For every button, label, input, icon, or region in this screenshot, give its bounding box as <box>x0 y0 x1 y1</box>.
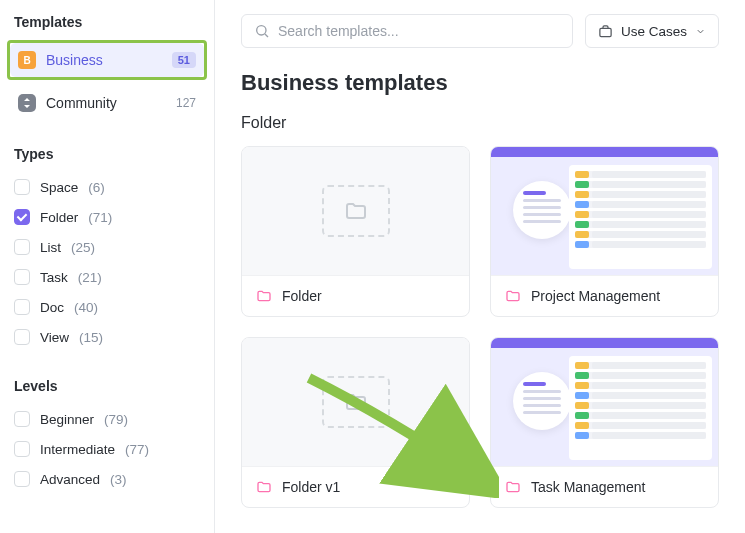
filter-label: Task <box>40 270 68 285</box>
section-title: Folder <box>241 114 719 132</box>
highlight-business: B Business 51 <box>7 40 207 80</box>
sidebar-item-badge: 51 <box>172 52 196 68</box>
filter-count: (79) <box>104 412 128 427</box>
main-content: Use Cases Business templates Folder Fold… <box>215 0 745 533</box>
filter-label: Intermediate <box>40 442 115 457</box>
svg-point-0 <box>257 26 266 35</box>
template-card-folder[interactable]: Folder <box>241 146 470 317</box>
filter-type-doc[interactable]: Doc (40) <box>10 292 204 322</box>
filter-count: (71) <box>88 210 112 225</box>
filter-label: Advanced <box>40 472 100 487</box>
search-input[interactable] <box>278 23 560 39</box>
filter-label: View <box>40 330 69 345</box>
search-box[interactable] <box>241 14 573 48</box>
filter-type-list[interactable]: List (25) <box>10 232 204 262</box>
folder-placeholder-icon <box>322 185 390 237</box>
folder-icon <box>256 479 272 495</box>
templates-heading: Templates <box>10 14 204 30</box>
card-preview <box>242 147 469 275</box>
card-title: Task Management <box>531 479 645 495</box>
search-icon <box>254 23 270 39</box>
filter-count: (40) <box>74 300 98 315</box>
card-footer: Folder v1 <box>242 466 469 507</box>
card-title: Folder v1 <box>282 479 340 495</box>
template-card-folder-v1[interactable]: Folder v1 <box>241 337 470 508</box>
card-preview <box>242 338 469 466</box>
filter-label: List <box>40 240 61 255</box>
svg-line-1 <box>265 34 268 37</box>
filter-level-advanced[interactable]: Advanced (3) <box>10 464 204 494</box>
levels-heading: Levels <box>10 378 204 394</box>
filter-type-space[interactable]: Space (6) <box>10 172 204 202</box>
card-preview <box>491 338 718 466</box>
dashboard-thumbnail <box>491 338 718 466</box>
template-card-task-management[interactable]: Task Management <box>490 337 719 508</box>
card-title: Folder <box>282 288 322 304</box>
filter-group-types: Types Space (6) Folder (71) List (25) Ta… <box>10 146 204 352</box>
filter-label: Folder <box>40 210 78 225</box>
business-icon: B <box>18 51 36 69</box>
checkbox[interactable] <box>14 269 30 285</box>
filter-count: (6) <box>88 180 105 195</box>
sidebar-item-label: Community <box>46 95 166 111</box>
checkbox[interactable] <box>14 441 30 457</box>
filter-count: (21) <box>78 270 102 285</box>
svg-rect-2 <box>600 28 611 36</box>
page-title: Business templates <box>241 70 719 96</box>
checkbox[interactable] <box>14 179 30 195</box>
community-icon <box>18 94 36 112</box>
filter-type-task[interactable]: Task (21) <box>10 262 204 292</box>
briefcase-icon <box>598 24 613 39</box>
filter-count: (25) <box>71 240 95 255</box>
sidebar: Templates B Business 51 Community 127 Ty… <box>0 0 215 533</box>
checkbox[interactable] <box>14 209 30 225</box>
filter-label: Space <box>40 180 78 195</box>
checkbox[interactable] <box>14 471 30 487</box>
folder-placeholder-icon <box>322 376 390 428</box>
card-footer: Project Management <box>491 275 718 316</box>
folder-icon <box>505 479 521 495</box>
checkbox[interactable] <box>14 411 30 427</box>
card-footer: Task Management <box>491 466 718 507</box>
sidebar-item-label: Business <box>46 52 162 68</box>
card-footer: Folder <box>242 275 469 316</box>
filter-count: (3) <box>110 472 127 487</box>
checkbox[interactable] <box>14 239 30 255</box>
filter-label: Doc <box>40 300 64 315</box>
filter-label: Beginner <box>40 412 94 427</box>
card-title: Project Management <box>531 288 660 304</box>
checkbox[interactable] <box>14 299 30 315</box>
filter-group-levels: Levels Beginner (79) Intermediate (77) A… <box>10 378 204 494</box>
topbar: Use Cases <box>241 14 719 48</box>
filter-count: (15) <box>79 330 103 345</box>
sidebar-item-business[interactable]: B Business 51 <box>10 43 204 77</box>
filter-level-beginner[interactable]: Beginner (79) <box>10 404 204 434</box>
sidebar-item-count: 127 <box>176 96 196 110</box>
filter-count: (77) <box>125 442 149 457</box>
checkbox[interactable] <box>14 329 30 345</box>
use-cases-label: Use Cases <box>621 24 687 39</box>
chevron-down-icon <box>695 26 706 37</box>
types-heading: Types <box>10 146 204 162</box>
filter-level-intermediate[interactable]: Intermediate (77) <box>10 434 204 464</box>
folder-icon <box>505 288 521 304</box>
card-grid: Folder <box>241 146 719 508</box>
dashboard-thumbnail <box>491 147 718 275</box>
template-card-project-management[interactable]: Project Management <box>490 146 719 317</box>
filter-type-view[interactable]: View (15) <box>10 322 204 352</box>
sidebar-item-community[interactable]: Community 127 <box>10 86 204 120</box>
card-preview <box>491 147 718 275</box>
folder-icon <box>256 288 272 304</box>
filter-type-folder[interactable]: Folder (71) <box>10 202 204 232</box>
use-cases-button[interactable]: Use Cases <box>585 14 719 48</box>
